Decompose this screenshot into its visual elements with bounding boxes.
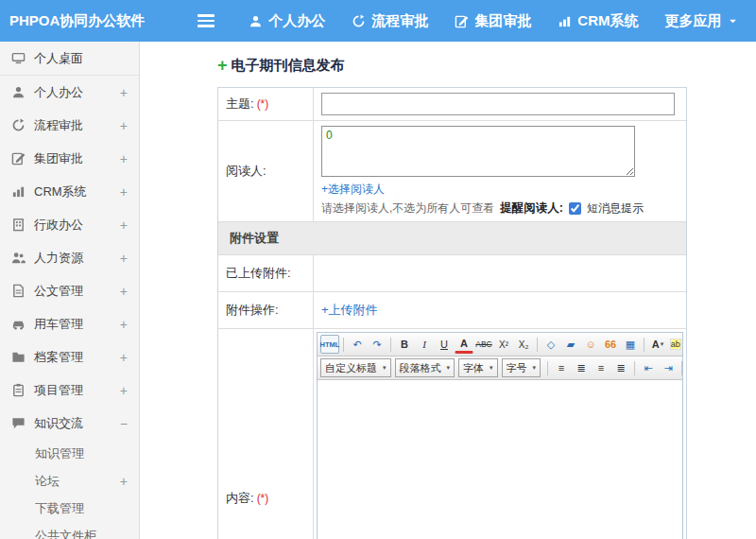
font-color-picker-icon[interactable]: A▾	[648, 335, 667, 354]
expander[interactable]: +	[120, 284, 128, 299]
nav-item-workflow-approval[interactable]: 流程审批	[352, 12, 428, 30]
sidebar-item-personal-office[interactable]: 个人办公 +	[0, 76, 139, 109]
outdent-icon[interactable]: ⇤	[639, 358, 658, 377]
sidebar-item-archives[interactable]: 档案管理 +	[0, 340, 139, 374]
app-logo: PHPOA协同办公软件	[0, 12, 154, 30]
publish-form: 主题: (*) 阅读人: 0 +选择阅读人 请选择阅	[217, 87, 687, 539]
sidebar-item-personal-desktop[interactable]: 个人桌面	[0, 42, 139, 76]
align-center-icon[interactable]: ≣	[572, 358, 591, 377]
sidebar-subitem-public-file-cabinet[interactable]: 公共文件柜	[0, 522, 139, 539]
sidebar-subitem-download-management[interactable]: 下载管理	[0, 495, 139, 522]
align-left-icon[interactable]: ≡	[552, 358, 571, 377]
html-source-icon[interactable]: HTML	[320, 335, 339, 354]
sidebar-item-label: 人力资源	[34, 250, 83, 267]
car-icon	[11, 317, 26, 331]
expander[interactable]: +	[120, 151, 128, 166]
sms-notify-checkbox[interactable]	[569, 202, 581, 215]
bold-icon[interactable]: B	[395, 335, 414, 354]
nav-item-crm[interactable]: CRM系统	[558, 12, 638, 30]
nav-item-personal-office[interactable]: 个人办公	[249, 12, 325, 30]
underline-icon[interactable]: U	[435, 335, 454, 354]
editor-content-area[interactable]	[318, 380, 682, 539]
readers-label: 阅读人:	[226, 163, 266, 180]
indent-icon[interactable]: ⇥	[659, 358, 678, 377]
font-color-icon[interactable]: A	[455, 335, 473, 354]
menu-toggle-icon[interactable]	[198, 14, 215, 27]
expander[interactable]: +	[120, 317, 128, 332]
sidebar-subitem-label: 下载管理	[35, 500, 84, 517]
caret-down-icon	[728, 16, 738, 26]
strikethrough-icon[interactable]: ABC	[474, 335, 493, 354]
plus-icon: +	[217, 57, 228, 74]
readers-row: 阅读人: 0 +选择阅读人 请选择阅读人,不选为所有人可查看 提醒阅读人: 短消…	[218, 121, 686, 222]
select-readers-link[interactable]: +选择阅读人	[321, 183, 385, 196]
justify-icon[interactable]: ≣	[611, 358, 630, 377]
remind-readers-label: 提醒阅读人:	[500, 200, 563, 217]
nav-item-group-approval[interactable]: 集团审批	[455, 12, 531, 30]
sidebar-item-label: 集团审批	[34, 150, 83, 167]
table-icon[interactable]: ▦	[621, 335, 640, 354]
editor-toolbar-row2: 自定义标题▾ 段落格式▾ 字体▾ 字号▾ ≡ ≣ ≡ ≣ ⇤ ⇥	[318, 356, 682, 380]
nav-label: 集团审批	[474, 12, 531, 30]
approval-icon	[11, 151, 26, 165]
expander[interactable]: +	[120, 118, 128, 133]
nav-item-more-apps[interactable]: 更多应用	[665, 12, 738, 30]
expander[interactable]: −	[120, 416, 128, 431]
page-title: + 电子期刊信息发布	[217, 55, 756, 76]
italic-icon[interactable]: I	[415, 335, 434, 354]
sidebar-item-crm[interactable]: CRM系统 +	[0, 175, 139, 208]
subscript-icon[interactable]: X₂	[514, 335, 533, 354]
flow-icon	[352, 14, 366, 28]
subject-row: 主题: (*)	[218, 88, 686, 121]
upload-attachment-link[interactable]: +上传附件	[321, 302, 378, 319]
highlight-icon[interactable]: ab▾	[668, 335, 682, 354]
custom-title-select[interactable]: 自定义标题▾	[320, 358, 391, 377]
sidebar-subitem-label: 公共文件柜	[35, 528, 96, 539]
emoticon-icon[interactable]: ☺	[581, 335, 600, 354]
content-label: 内容:	[226, 490, 254, 507]
rich-text-editor: HTML ↶ ↷ B I U A ABC X² X₂	[317, 332, 683, 539]
expander[interactable]: +	[120, 85, 128, 100]
sidebar-item-projects[interactable]: 项目管理 +	[0, 374, 139, 407]
sidebar-item-official-documents[interactable]: 公文管理 +	[0, 274, 139, 307]
caret-down-icon: ▾	[533, 364, 537, 372]
font-family-select[interactable]: 字体▾	[458, 358, 498, 377]
eraser-icon[interactable]: ◇	[541, 335, 560, 354]
sidebar-item-hr[interactable]: 人力资源 +	[0, 241, 139, 274]
sidebar-item-group-approval[interactable]: 集团审批 +	[0, 142, 139, 175]
align-right-icon[interactable]: ≡	[592, 358, 610, 377]
content-row: 内容: (*) HTML ↶ ↷ B I	[218, 329, 686, 539]
approval-icon	[455, 14, 469, 28]
superscript-icon[interactable]: X²	[494, 335, 513, 354]
sidebar-item-administration[interactable]: 行政办公 +	[0, 208, 139, 241]
required-mark: (*)	[257, 97, 269, 111]
subject-input[interactable]	[321, 93, 675, 115]
expander[interactable]: +	[120, 217, 128, 233]
format-brush-icon[interactable]: ▰	[561, 335, 580, 354]
redo-icon[interactable]: ↷	[368, 335, 387, 354]
font-size-select[interactable]: 字号▾	[502, 358, 541, 377]
sidebar-item-knowledge-exchange[interactable]: 知识交流 −	[0, 407, 139, 440]
expander[interactable]: +	[120, 474, 128, 489]
nav-label: 流程审批	[371, 12, 428, 30]
required-mark: (*)	[257, 492, 269, 505]
blockquote-icon[interactable]: 66	[601, 335, 620, 354]
paragraph-format-select[interactable]: 段落格式▾	[395, 358, 455, 377]
sidebar-item-label: 流程审批	[34, 117, 83, 134]
subject-label: 主题:	[226, 96, 254, 113]
undo-icon[interactable]: ↶	[348, 335, 367, 354]
expander[interactable]: +	[120, 383, 128, 398]
expander[interactable]: +	[120, 184, 128, 200]
sidebar-subitem-knowledge-management[interactable]: 知识管理	[0, 440, 139, 467]
editor-toolbar-row1: HTML ↶ ↷ B I U A ABC X² X₂	[318, 333, 682, 356]
expander[interactable]: +	[120, 251, 128, 266]
sidebar-item-workflow-approval[interactable]: 流程审批 +	[0, 109, 139, 142]
folder-icon	[11, 350, 26, 364]
nav-label: CRM系统	[577, 12, 638, 30]
main-content: + 电子期刊信息发布 主题: (*) 阅读人: 0	[140, 42, 756, 539]
chat-icon	[11, 416, 26, 430]
sidebar-subitem-forum[interactable]: 论坛 +	[0, 467, 139, 495]
readers-textarea[interactable]: 0	[321, 126, 635, 177]
sidebar-item-vehicle[interactable]: 用车管理 +	[0, 307, 139, 340]
expander[interactable]: +	[120, 350, 128, 365]
